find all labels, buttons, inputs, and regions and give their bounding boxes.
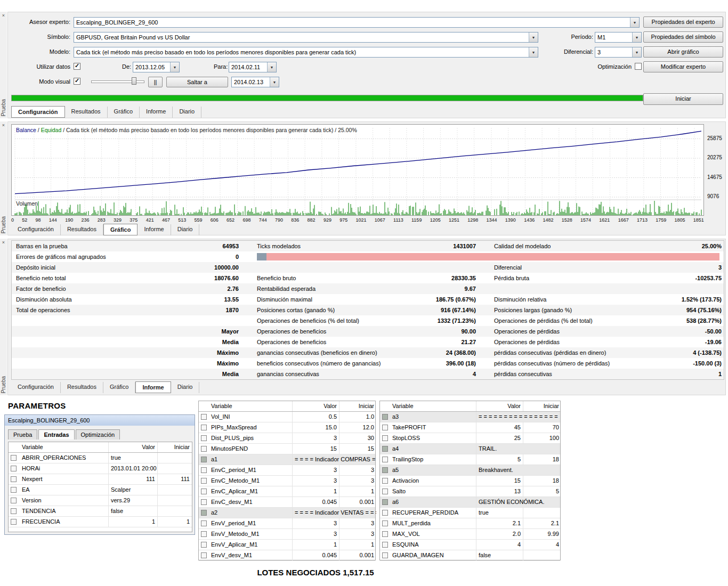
param-window-tab-optimizacion[interactable]: Optimización xyxy=(76,429,120,440)
optimization-checkbox[interactable] xyxy=(635,63,642,70)
param-value[interactable]: 3 xyxy=(292,433,339,443)
param-start-value[interactable]: 3 xyxy=(339,529,376,539)
param-checkbox[interactable] xyxy=(382,446,388,452)
param-value[interactable]: 2.1 xyxy=(476,518,523,528)
tab-informe[interactable]: Informe xyxy=(137,224,171,235)
param-value[interactable]: 4 xyxy=(476,540,523,550)
param-value[interactable]: true xyxy=(108,453,157,463)
param-value[interactable]: 15 xyxy=(292,444,339,454)
tab-diario[interactable]: Diario xyxy=(171,224,200,235)
param-checkbox[interactable] xyxy=(11,498,17,503)
param-start-value[interactable]: 1.0 xyxy=(339,412,376,422)
param-checkbox[interactable] xyxy=(201,457,207,462)
to-date-combobox[interactable]: 2014.02.11▼ xyxy=(229,62,277,72)
open-chart-button[interactable]: Abrir gráfico xyxy=(643,46,723,58)
param-checkbox[interactable] xyxy=(382,531,388,537)
modify-expert-button[interactable]: Modificar experto xyxy=(643,61,723,72)
param-start-value[interactable]: 100 xyxy=(523,433,561,443)
tab-grafico[interactable]: Gráfico xyxy=(108,107,140,118)
param-checkbox[interactable] xyxy=(11,466,17,471)
balance-chart[interactable]: Balance / Equidad / Cada tick (el método… xyxy=(11,124,704,216)
expert-combobox[interactable]: Escalping_BOLINGER_29_600▼ xyxy=(74,17,640,28)
param-value[interactable]: 15 xyxy=(476,476,523,486)
tab-configuracion[interactable]: Configuración xyxy=(11,224,61,235)
expert-properties-button[interactable]: Propiedades del experto xyxy=(643,17,723,28)
param-value[interactable]: 45 xyxy=(476,422,523,433)
param-start-value[interactable]: 0.001 xyxy=(339,497,376,507)
param-checkbox[interactable] xyxy=(201,435,207,441)
param-window-tab-entradas[interactable]: Entradas xyxy=(38,429,74,440)
param-checkbox[interactable] xyxy=(201,531,207,537)
close-icon[interactable]: × xyxy=(0,123,7,128)
param-checkbox[interactable] xyxy=(11,519,17,525)
param-start-value[interactable]: 15 xyxy=(339,444,376,454)
visual-speed-slider[interactable] xyxy=(91,77,144,86)
skip-to-date-combobox[interactable]: 2014.02.13▼ xyxy=(231,77,279,87)
param-value[interactable]: 2013.01.01 20:00 xyxy=(108,463,157,474)
param-checkbox[interactable] xyxy=(201,414,207,420)
param-start-value[interactable] xyxy=(157,453,192,463)
param-value[interactable]: 5 xyxy=(476,454,523,465)
param-checkbox[interactable] xyxy=(201,467,207,473)
param-start-value[interactable] xyxy=(523,550,561,560)
param-checkbox[interactable] xyxy=(201,510,207,516)
param-checkbox[interactable] xyxy=(382,510,388,516)
param-value[interactable]: vers.29 xyxy=(108,495,157,506)
param-value[interactable]: 3 xyxy=(292,518,339,528)
param-checkbox[interactable] xyxy=(201,552,207,558)
param-value[interactable]: 1 xyxy=(292,540,339,550)
close-icon[interactable]: × xyxy=(0,240,7,245)
param-checkbox[interactable] xyxy=(382,435,388,441)
param-start-value[interactable] xyxy=(157,506,192,516)
tab-grafico[interactable]: Gráfico xyxy=(103,382,135,393)
param-start-value[interactable]: 30 xyxy=(339,433,376,443)
param-start-value[interactable] xyxy=(523,508,561,518)
tab-grafico[interactable]: Gráfico xyxy=(103,224,138,235)
param-checkbox[interactable] xyxy=(382,489,388,494)
param-checkbox[interactable] xyxy=(201,478,207,484)
tab-informe[interactable]: Informe xyxy=(135,381,171,393)
param-start-value[interactable]: 3 xyxy=(339,465,376,475)
param-value[interactable]: true xyxy=(476,508,523,518)
spread-combobox[interactable]: 3▼ xyxy=(595,47,642,58)
tab-diario[interactable]: Diario xyxy=(173,107,201,118)
param-value[interactable]: 25 xyxy=(476,433,523,443)
param-checkbox[interactable] xyxy=(201,520,207,526)
param-value[interactable]: false xyxy=(476,550,523,560)
param-checkbox[interactable] xyxy=(382,467,388,473)
param-checkbox[interactable] xyxy=(382,499,388,505)
tab-configuracion[interactable]: Configuración xyxy=(11,106,65,118)
param-window-tab-prueba[interactable]: Prueba xyxy=(8,429,37,440)
period-combobox[interactable]: M1▼ xyxy=(595,32,642,43)
skip-to-button[interactable]: Saltar a xyxy=(166,77,228,87)
tab-resultados[interactable]: Resultados xyxy=(61,382,103,393)
tab-resultados[interactable]: Resultados xyxy=(61,224,103,235)
param-value[interactable]: 3 xyxy=(292,476,339,486)
param-start-value[interactable] xyxy=(157,463,192,474)
start-button[interactable]: Iniciar xyxy=(643,93,723,105)
param-start-value[interactable]: 1 xyxy=(339,486,376,497)
param-value[interactable]: 13 xyxy=(476,486,523,497)
slider-thumb[interactable] xyxy=(132,77,136,85)
param-checkbox[interactable] xyxy=(382,520,388,526)
param-start-value[interactable]: 2.1 xyxy=(523,518,561,528)
tab-diario[interactable]: Diario xyxy=(171,382,200,393)
param-value[interactable]: Scalper xyxy=(108,485,157,495)
param-start-value[interactable]: 1 xyxy=(339,540,376,550)
param-value[interactable]: 2.0 xyxy=(476,529,523,539)
param-checkbox[interactable] xyxy=(11,476,17,482)
param-start-value[interactable]: 1 xyxy=(157,517,192,527)
param-start-value[interactable]: 0.001 xyxy=(339,550,376,560)
param-checkbox[interactable] xyxy=(382,478,388,484)
model-combobox[interactable]: Cada tick (el método más preciso basado … xyxy=(74,47,538,58)
param-value[interactable]: 0.045 xyxy=(292,550,339,560)
param-value[interactable]: 0.5 xyxy=(292,412,339,422)
param-checkbox[interactable] xyxy=(201,489,207,494)
param-checkbox[interactable] xyxy=(382,414,388,420)
param-start-value[interactable]: 4 xyxy=(523,540,561,550)
from-date-combobox[interactable]: 2013.12.05▼ xyxy=(133,62,180,72)
param-start-value[interactable]: 3 xyxy=(339,518,376,528)
param-value[interactable]: 1 xyxy=(108,517,157,527)
param-start-value[interactable]: 5 xyxy=(523,486,561,497)
param-checkbox[interactable] xyxy=(382,542,388,548)
